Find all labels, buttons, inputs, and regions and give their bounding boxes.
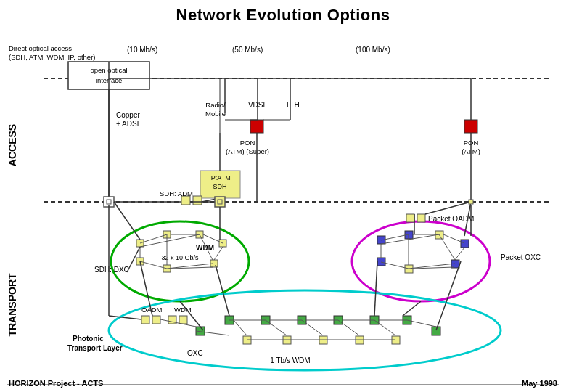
pon-atm-super-label2: (ATM) (Super) [226,147,269,155]
svg-line-72 [109,316,142,319]
sdh-adm-label: SDH: ADM [160,189,193,197]
svg-line-24 [140,261,167,269]
diagram-svg: ACCESS TRANSPORT Direct optical access (… [0,0,566,392]
footer-left: HORIZON Project - ACTS [9,379,103,388]
oxc-label: OXC [187,349,203,357]
packet-oadm-node2 [417,214,425,222]
speed-100: (100 Mb/s) [356,46,390,54]
green-ellipse [111,221,249,301]
radio-mobile-label: Radio/ [205,101,226,109]
pink-node-6 [405,265,413,273]
oadm-node2 [152,316,160,324]
svg-rect-76 [469,200,473,204]
copper-adsl-label2: + ADSL [116,120,142,128]
packet-oxc-label: Packet OXC [501,253,541,261]
photonic-label1: Photonic [73,335,104,343]
sdh-dxc-label: SDH: DXC [94,266,129,274]
svg-line-49 [234,320,247,335]
direct-optical-label2: (SDH, ATM, WDM, IP, other) [9,53,95,61]
tb-wdm-label: 1 Tb/s WDM [270,356,310,364]
svg-line-57 [374,320,395,335]
copper-adsl-label: Copper [116,111,140,119]
svg-line-36 [455,248,464,260]
sdh-adm-box2 [193,196,202,205]
svg-line-45 [425,202,471,214]
direct-optical-label: Direct optical access [9,44,72,52]
wdm-cyan-node2 [179,316,187,324]
main-container: Network Evolution Options ACCESS TRANSPO… [0,0,566,392]
svg-line-22 [214,247,223,260]
svg-line-51 [266,320,287,335]
pink-node-7 [377,258,385,266]
pink-ellipse [352,221,490,301]
cyan-green-8 [432,327,440,335]
speed-50: (50 Mb/s) [232,46,263,54]
ip-atm-label: IP:ATM [209,174,230,181]
footer-right: May 1998 [522,379,557,388]
vdsl-label: VDSL [248,101,268,109]
svg-rect-74 [107,200,111,204]
pon-atm-box [464,120,477,133]
svg-line-55 [338,320,359,335]
svg-line-35 [443,234,464,243]
svg-line-30 [114,202,140,240]
pon-atm-super-label1: PON [240,139,255,147]
svg-line-69 [403,301,421,316]
svg-line-67 [374,261,377,316]
svg-line-53 [302,320,323,335]
transport-label: TRANSPORT [7,273,18,337]
svg-rect-75 [218,200,222,204]
radio-mobile-label2: Mobile [205,110,226,118]
oadm-node1 [142,316,149,324]
packet-oadm-node1 [406,214,414,222]
svg-line-47 [160,319,196,327]
sdh-label: SDH [213,183,226,190]
speed-10: (10 Mb/s) [127,46,157,54]
pon-atm-super-box [250,120,263,133]
access-label: ACCESS [7,124,18,166]
ftth-label: FTTH [281,101,300,109]
photonic-label2: Transport Layer [67,344,123,352]
pink-node-4 [461,240,469,248]
